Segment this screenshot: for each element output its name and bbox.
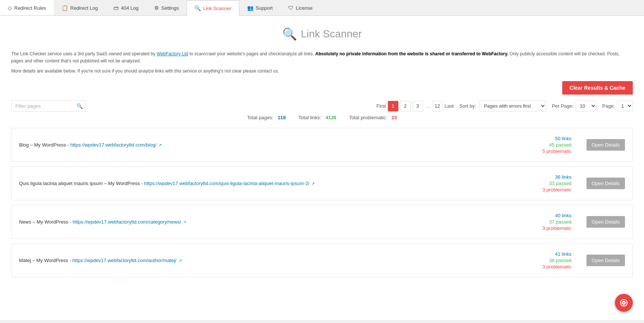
external-link-icon-2: ↗	[182, 220, 186, 224]
tab-link-scanner[interactable]: 🔍Link Scanner	[187, 0, 239, 16]
info-text: The Link Checker service uses a 3rd part…	[11, 50, 633, 65]
sort-select[interactable]: Pages with errors firstPages with most l…	[479, 101, 546, 111]
result-actions-3: Open Details	[587, 255, 625, 266]
result-stats-1: 36 links 33 passed 3 problematic	[516, 174, 572, 193]
sort-wrap: Sort by: Pages with errors firstPages wi…	[459, 101, 546, 111]
filter-wrap: 🔍	[11, 100, 86, 112]
page-1-btn[interactable]: 1	[388, 101, 398, 111]
tab-icon-link-scanner: 🔍	[195, 5, 201, 11]
info-text2: More details are available below. If you…	[11, 68, 633, 74]
total-links-label: Total links:	[299, 115, 321, 120]
top-actions: Clear Results & Cache	[11, 81, 633, 95]
result-url-0[interactable]: https://wpdev17.webfactoryltd.com/blog/	[70, 142, 156, 148]
search-icon: 🔍	[282, 27, 297, 41]
page-2-btn[interactable]: 2	[400, 101, 411, 111]
result-links-1: 36 links	[555, 174, 572, 180]
result-info-2: News – My WordPress - https://wpdev17.we…	[19, 219, 186, 225]
tab-icon-license: 🛡	[288, 5, 293, 11]
search-button[interactable]: 🔍	[77, 103, 83, 109]
filter-input[interactable]	[11, 100, 86, 112]
result-url-3[interactable]: https://wpdev17.webfactoryltd.com/author…	[72, 258, 177, 263]
open-details-button-1[interactable]: Open Details	[587, 178, 625, 189]
stats-row: Total pages: 118 Total links: 4126 Total…	[11, 115, 633, 120]
results-list: Blog – My WordPress - https://wpdev17.we…	[11, 128, 633, 277]
tab-label-404-log: 404 Log	[121, 5, 139, 11]
tab-icon-404-log: 🗃	[113, 5, 119, 11]
result-title-0: Blog – My WordPress - https://wpdev17.we…	[19, 142, 162, 148]
result-actions-1: Open Details	[587, 178, 625, 189]
tab-icon-settings: ⚙	[154, 5, 159, 11]
page-title: Link Scanner	[301, 28, 362, 40]
result-passed-3: 38 passed	[549, 258, 572, 263]
tab-label-settings: Settings	[161, 5, 179, 11]
result-row-1: Quis ligula lacinia aliquet mauris ipsum…	[11, 166, 633, 200]
result-row-3: Matej – My WordPress - https://wpdev17.w…	[11, 243, 633, 277]
result-links-2: 40 links	[555, 213, 572, 218]
sort-label: Sort by:	[459, 103, 476, 109]
open-details-button-0[interactable]: Open Details	[587, 139, 625, 151]
result-passed-2: 37 passed	[549, 219, 572, 225]
result-problematic-2: 3 problematic	[542, 225, 572, 231]
clear-button[interactable]: Clear Results & Cache	[562, 81, 633, 95]
total-problematic-label: Total problematic:	[349, 115, 387, 120]
last-page-btn[interactable]: Last	[445, 103, 454, 109]
lifebuoy-icon	[619, 298, 628, 307]
result-url-1[interactable]: https://wpdev17.webfactoryltd.com/quis-l…	[144, 181, 309, 186]
tab-icon-support: 👥	[247, 5, 253, 11]
result-url-2[interactable]: https://wpdev17.webfactoryltd.com/catego…	[73, 219, 181, 225]
tab-icon-redirect-log: 📋	[62, 5, 68, 11]
open-details-button-2[interactable]: Open Details	[587, 216, 625, 228]
result-title-2: News – My WordPress - https://wpdev17.we…	[19, 219, 186, 225]
result-problematic-0: 5 problematic	[542, 148, 572, 154]
external-link-icon-0: ↗	[157, 143, 162, 147]
perpage-label: Per Page:	[552, 103, 573, 109]
total-pages-label: Total pages:	[247, 115, 273, 120]
result-info-0: Blog – My WordPress - https://wpdev17.we…	[19, 142, 162, 148]
result-links-0: 50 links	[555, 136, 572, 141]
result-info-1: Quis ligula lacinia aliquet mauris ipsum…	[19, 181, 315, 186]
tab-license[interactable]: 🛡License	[280, 0, 320, 15]
floating-support-button[interactable]	[615, 294, 633, 312]
page-12-btn[interactable]: 12	[432, 101, 442, 111]
pagenum-label: Page:	[602, 103, 615, 109]
result-title-3: Matej – My WordPress - https://wpdev17.w…	[19, 258, 182, 263]
tab-support[interactable]: 👥Support	[239, 0, 281, 15]
tab-label-redirect-rules: Redirect Rules	[14, 5, 46, 11]
result-right-2: 40 links 37 passed 3 problematic Open De…	[516, 213, 625, 231]
total-pages-value: 118	[278, 115, 286, 120]
total-links-value: 4126	[326, 115, 336, 120]
page-header: 🔍 Link Scanner	[11, 27, 633, 41]
webfactory-link[interactable]: WebFactory Ltd	[157, 51, 188, 56]
result-row-2: News – My WordPress - https://wpdev17.we…	[11, 205, 633, 239]
result-actions-0: Open Details	[587, 139, 625, 151]
open-details-button-3[interactable]: Open Details	[587, 255, 625, 266]
external-link-icon-3: ↗	[177, 258, 182, 263]
total-problematic-value: 23	[391, 115, 396, 120]
perpage-wrap: Per Page: 102550100	[552, 101, 597, 111]
first-page-btn[interactable]: First	[376, 103, 386, 109]
page-3-btn[interactable]: 3	[413, 101, 423, 111]
result-right-3: 41 links 38 passed 3 problematic Open De…	[516, 251, 625, 270]
result-problematic-3: 3 problematic	[542, 264, 572, 270]
result-passed-0: 45 passed	[549, 142, 572, 148]
filter-pagination-row: 🔍 First 1 2 3 ... 12 Last Sort by: Pages…	[11, 100, 633, 112]
main-content: 🔍 Link Scanner The Link Checker service …	[0, 16, 644, 320]
result-stats-0: 50 links 45 passed 5 problematic	[516, 136, 572, 154]
pagenum-select[interactable]: 1	[617, 101, 633, 111]
page-dots: ...	[425, 103, 430, 109]
result-passed-1: 33 passed	[549, 181, 572, 186]
external-link-icon-1: ↗	[310, 181, 315, 186]
result-right-0: 50 links 45 passed 5 problematic Open De…	[516, 136, 625, 154]
perpage-select[interactable]: 102550100	[576, 101, 597, 111]
tab-redirect-rules[interactable]: ◇Redirect Rules	[0, 0, 54, 15]
result-right-1: 36 links 33 passed 3 problematic Open De…	[516, 174, 625, 193]
tab-settings[interactable]: ⚙Settings	[146, 0, 187, 15]
pagenum-wrap: Page: 1	[602, 101, 633, 111]
tab-404-log[interactable]: 🗃404 Log	[106, 0, 146, 15]
result-info-3: Matej – My WordPress - https://wpdev17.w…	[19, 258, 182, 263]
tab-icon-redirect-rules: ◇	[8, 5, 12, 11]
nav-tabs: ◇Redirect Rules📋Redirect Log🗃404 Log⚙Set…	[0, 0, 644, 16]
tab-label-support: Support	[256, 5, 273, 11]
tab-redirect-log[interactable]: 📋Redirect Log	[54, 0, 106, 15]
tab-label-redirect-log: Redirect Log	[70, 5, 98, 11]
